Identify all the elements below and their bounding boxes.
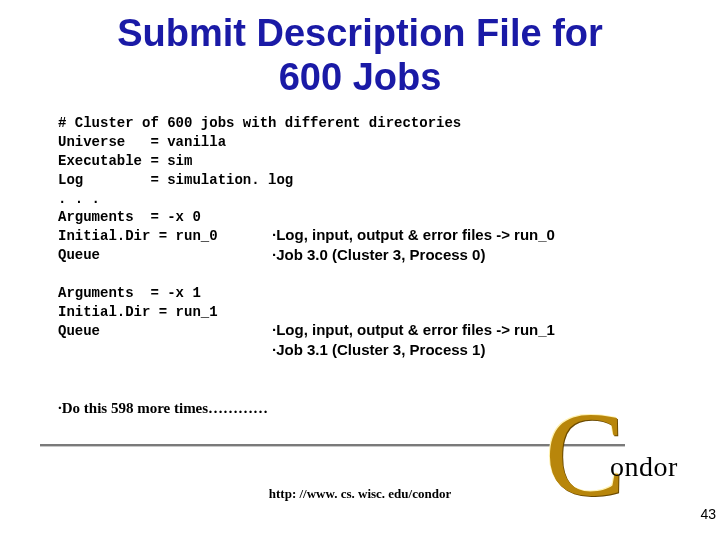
annotation-run0-line2: ·Job 3.0 (Cluster 3, Process 0) — [272, 245, 700, 265]
annotation-run0: ·Log, input, output & error files -> run… — [272, 225, 700, 264]
slide-title: Submit Description File for 600 Jobs — [0, 12, 720, 99]
horizontal-rule — [40, 444, 625, 447]
annotation-run1-line1: ·Log, input, output & error files -> run… — [272, 320, 700, 340]
closing-note: ·Do this 598 more times………… — [58, 400, 268, 417]
logo-text-ondor: ondor — [610, 451, 678, 483]
annotation-run1-line2: ·Job 3.1 (Cluster 3, Process 1) — [272, 340, 700, 360]
footer-url: http: //www. cs. wisc. edu/condor — [0, 486, 720, 502]
title-text: Submit Description File for 600 Jobs — [117, 12, 603, 98]
page-number: 43 — [700, 506, 716, 522]
slide: Submit Description File for 600 Jobs # C… — [0, 0, 720, 540]
annotation-run0-line1: ·Log, input, output & error files -> run… — [272, 225, 700, 245]
annotation-run1: ·Log, input, output & error files -> run… — [272, 320, 700, 359]
